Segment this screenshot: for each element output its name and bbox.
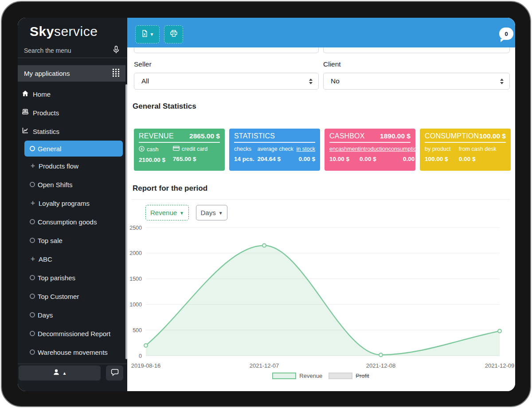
- introduction-link[interactable]: introduction: [360, 146, 388, 152]
- y-tick-label: 1000: [129, 302, 142, 308]
- sort-arrows-icon: [309, 78, 313, 86]
- y-tick-label: 1500: [129, 276, 142, 282]
- sidebar-item-products-flow[interactable]: + Products flow: [18, 157, 127, 175]
- y-tick-label: 0: [139, 353, 142, 359]
- report-heading: Report for the period: [133, 184, 207, 193]
- main-content: X ▼ 0 Seller Client All No General Stati…: [127, 18, 515, 391]
- my-applications-label: My applications: [24, 70, 70, 77]
- badge-count: 0: [505, 31, 508, 37]
- chevron-down-icon: ▼: [180, 211, 184, 216]
- cashbox-card[interactable]: CASHBOX 1890.00 $ encashment 10.00 $ int…: [325, 129, 415, 171]
- export-excel-button[interactable]: X ▼: [135, 25, 160, 43]
- sidebar-item-days[interactable]: Days: [18, 306, 127, 324]
- sidebar-item-home[interactable]: Home: [18, 85, 127, 103]
- logo-bold: Sky: [30, 24, 54, 39]
- seller-select[interactable]: All: [134, 73, 319, 90]
- sidebar-item-top-parishes[interactable]: Top parishes: [18, 268, 127, 287]
- circle-icon: [30, 238, 35, 243]
- chevron-down-icon: ▼: [150, 32, 154, 37]
- menu-search[interactable]: Search the menu: [24, 45, 120, 56]
- legend-item-revenue[interactable]: Revenue: [272, 373, 322, 379]
- legend-label: Revenue: [299, 373, 322, 379]
- x-tick-label: 2021-12-07: [250, 362, 279, 369]
- card-title: STATISTICS: [234, 132, 275, 140]
- circle-icon: [30, 312, 35, 318]
- sidebar-item-decommissioned-report[interactable]: Decommissioned Report: [18, 324, 127, 343]
- sidebar-item-top-customer[interactable]: Top Customer: [18, 287, 127, 306]
- card-col-label: average check: [258, 146, 293, 152]
- top-toolbar: X ▼ 0: [127, 18, 515, 47]
- grouping-dropdown-label: Days: [200, 209, 215, 216]
- card-amount: 1890.00 $: [380, 132, 411, 140]
- notification-badge[interactable]: 0: [499, 27, 513, 40]
- svg-text:X: X: [143, 32, 145, 36]
- grouping-dropdown-button[interactable]: Days ▼: [196, 205, 227, 220]
- sidebar-item-statistics[interactable]: Statistics: [18, 122, 127, 141]
- circle-icon: [30, 219, 35, 224]
- in-stock-link[interactable]: in stock: [297, 146, 315, 152]
- card-col-label: cash: [147, 146, 158, 153]
- products-icon: [22, 108, 29, 117]
- sidebar-item-consumption-goods[interactable]: Consumption goods: [18, 212, 127, 231]
- coin-icon: $: [139, 146, 145, 153]
- legend-item-profit[interactable]: Profit: [329, 373, 369, 379]
- general-statistics-heading: General Statistics: [133, 102, 196, 111]
- plus-icon: +: [30, 163, 36, 169]
- menu-search-placeholder[interactable]: Search the menu: [24, 47, 71, 54]
- card-col-value: 204.64 $: [258, 156, 293, 162]
- plus-icon: +: [30, 200, 36, 206]
- revenue-chart: 05001000150020002500: [127, 220, 514, 361]
- series-dropdown-label: Revenue: [150, 209, 177, 216]
- card-amount: 2865.00 $: [189, 132, 220, 140]
- card-col-label: credit card: [182, 146, 207, 152]
- app-screen: Skyservice Search the menu My applicatio…: [18, 18, 515, 391]
- consumption-card[interactable]: CONSUMPTION 100.00 $ by product 100.00 $…: [420, 129, 511, 171]
- y-tick-label: 2000: [129, 250, 142, 256]
- sidebar-item-loyalty-programs[interactable]: + Loyalty programs: [18, 194, 127, 212]
- logo-light: service: [54, 24, 98, 39]
- sidebar-item-general[interactable]: General: [24, 141, 123, 157]
- sidebar-nav: Home Products Statistics General + Produ…: [18, 85, 127, 361]
- sort-arrows-icon: [500, 78, 504, 86]
- x-tick-label: 2019-08-16: [131, 362, 161, 369]
- sidebar-footer-divider: [18, 364, 127, 364]
- circle-icon: [30, 182, 35, 187]
- sidebar-divider: [18, 58, 127, 58]
- sidebar-item-open-shifts[interactable]: Open Shifts: [18, 175, 127, 194]
- credit-card-icon: [173, 146, 180, 152]
- revenue-card[interactable]: REVENUE 2865.00 $ $cash 2100.00 $ credit…: [134, 129, 225, 171]
- sidebar-item-abc[interactable]: + ABC: [18, 250, 127, 268]
- my-applications-button[interactable]: My applications: [18, 65, 125, 82]
- grid-icon: [113, 69, 119, 78]
- chart-legend: Revenue Profit: [127, 373, 514, 379]
- seller-label: Seller: [134, 60, 152, 68]
- sidebar-item-warehouse-movements[interactable]: Warehouse movements: [18, 343, 127, 361]
- excel-export-icon: X: [141, 30, 148, 39]
- print-button[interactable]: [164, 25, 183, 43]
- chat-button[interactable]: [106, 365, 123, 381]
- chevron-down-icon: ▼: [219, 211, 223, 216]
- card-col-label: checks: [234, 146, 254, 152]
- card-col-label: from cash desk: [459, 146, 506, 152]
- data-point-marker: [144, 344, 148, 347]
- card-col-value: 2100.00 $: [139, 157, 173, 163]
- series-dropdown-button[interactable]: Revenue ▼: [145, 205, 189, 220]
- card-col-label: by product: [425, 146, 459, 152]
- statistics-card[interactable]: STATISTICS checks 14 pcs. average check …: [229, 129, 320, 171]
- x-tick-label: 2021-12-08: [366, 362, 396, 369]
- sidebar-item-products[interactable]: Products: [18, 103, 127, 122]
- plus-icon: +: [30, 256, 36, 262]
- circle-icon: [30, 146, 35, 151]
- account-button[interactable]: ▲: [19, 365, 101, 381]
- sidebar-item-top-sale[interactable]: Top sale: [18, 231, 127, 250]
- consumption-link[interactable]: consumption: [388, 146, 415, 152]
- chart-canvas: 05001000150020002500: [127, 220, 514, 361]
- circle-icon: [30, 275, 35, 280]
- encashment-link[interactable]: encashment: [329, 146, 360, 152]
- card-col-value: 0.00 $: [298, 156, 315, 162]
- card-col-value: 10.00 $: [329, 156, 360, 162]
- revenue-swatch-icon: [272, 373, 296, 379]
- client-select[interactable]: No: [323, 73, 510, 90]
- microphone-icon[interactable]: [113, 46, 120, 55]
- seller-select-value: All: [141, 77, 149, 85]
